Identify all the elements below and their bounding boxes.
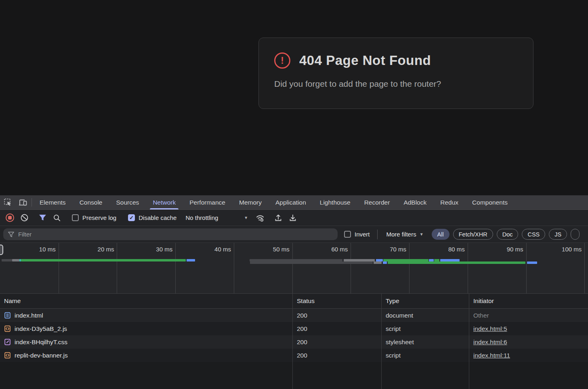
divider — [377, 230, 378, 239]
devtools-tab[interactable]: Redux — [433, 195, 465, 209]
preserve-log-checkbox[interactable]: Preserve log — [69, 214, 120, 221]
network-table-body: index.html 200 document Other index-D3 — [0, 309, 588, 389]
type-pill[interactable]: Fetch/XHR — [453, 229, 493, 240]
export-har-icon[interactable] — [286, 212, 299, 224]
type-pill[interactable] — [571, 229, 580, 240]
device-toolbar-icon[interactable] — [15, 195, 31, 209]
timeline-gridline — [584, 243, 585, 293]
request-type: stylesheet — [382, 335, 469, 349]
checkbox-checked[interactable]: ✓ — [128, 214, 135, 221]
column-header-status[interactable]: Status — [293, 294, 382, 308]
filter-input[interactable]: Filter — [3, 228, 338, 240]
chevron-down-icon: ▼ — [420, 232, 424, 236]
timeline-gridline — [234, 243, 234, 293]
request-name: index.html — [15, 312, 43, 319]
type-pill[interactable]: CSS — [522, 229, 545, 240]
inspect-element-icon[interactable] — [0, 195, 15, 209]
network-toolbar: Preserve log ✓ Disable cache No throttli… — [0, 210, 588, 226]
disable-cache-checkbox[interactable]: ✓ Disable cache — [125, 214, 180, 221]
timeline-tick-label: 100 ms — [545, 246, 582, 253]
search-icon[interactable] — [50, 212, 63, 224]
devtools-tab[interactable]: Memory — [232, 195, 269, 209]
devtools-tab[interactable]: Network — [146, 195, 183, 209]
network-filter-row: Filter Invert More filters ▼ All Fetch/X… — [0, 226, 588, 243]
request-status: 200 — [293, 349, 382, 362]
request-initiator[interactable]: index.html:11 — [473, 352, 510, 359]
timeline-gridline — [292, 243, 293, 293]
waterfall-segment — [250, 261, 373, 264]
error-title: 404 Page Not Found — [299, 53, 431, 68]
chevron-down-icon: ▼ — [244, 215, 248, 220]
filter-funnel-icon — [8, 232, 14, 237]
devtools-tab[interactable]: Console — [73, 195, 109, 209]
column-header-type[interactable]: Type — [382, 294, 469, 308]
table-row[interactable]: index-BHqilhyT.css 200 stylesheet index.… — [0, 335, 588, 349]
record-network-log-icon[interactable] — [3, 212, 16, 224]
page-viewport: ! 404 Page Not Found Did you forget to a… — [0, 0, 588, 195]
screen: ! 404 Page Not Found Did you forget to a… — [0, 0, 588, 389]
timeline-tick-label: 20 ms — [78, 246, 114, 253]
waterfall-segment — [527, 261, 537, 264]
invert-checkbox[interactable]: Invert — [342, 231, 372, 238]
request-initiator[interactable]: index.html:6 — [473, 339, 507, 346]
devtools-tab[interactable]: Components — [465, 195, 514, 209]
request-name: replit-dev-banner.js — [15, 352, 68, 359]
devtools-tab[interactable]: Recorder — [357, 195, 397, 209]
waterfall-segment — [374, 261, 382, 264]
type-pill[interactable]: Doc — [497, 229, 519, 240]
column-header-name[interactable]: Name — [0, 294, 293, 308]
devtools-tab[interactable]: Elements — [33, 195, 73, 209]
waterfall-lane — [0, 261, 588, 264]
devtools-tabbar: Elements Console Sources Network Perform… — [0, 195, 588, 210]
type-pill[interactable]: JS — [549, 229, 567, 240]
network-conditions-icon[interactable] — [254, 212, 267, 224]
devtools-tab[interactable]: Lighthouse — [313, 195, 357, 209]
overview-left-handle[interactable] — [0, 245, 3, 255]
timeline-tick-label: 80 ms — [428, 246, 465, 253]
request-type: script — [382, 349, 469, 362]
request-initiator[interactable]: index.html:5 — [473, 325, 507, 333]
request-status: 200 — [293, 322, 382, 335]
request-status: 200 — [293, 335, 382, 349]
timeline-gridline — [351, 243, 351, 293]
import-har-icon[interactable] — [272, 212, 285, 224]
type-pill[interactable]: All — [432, 229, 449, 240]
timeline-gridline — [59, 243, 59, 293]
network-table-header: Name Status Type Initiator — [0, 294, 588, 309]
file-type-icon — [4, 312, 11, 319]
column-header-initiator[interactable]: Initiator — [469, 294, 588, 308]
timeline-tick-label: 70 ms — [370, 246, 406, 253]
request-name: index-D3y5aB_2.js — [15, 325, 67, 333]
divider — [32, 198, 32, 207]
more-filters-button[interactable]: More filters ▼ — [382, 231, 428, 238]
timeline-tick-label: 50 ms — [253, 246, 290, 253]
request-type: script — [382, 322, 469, 335]
throttling-select[interactable]: No throttling ▼ — [181, 214, 252, 221]
timeline-tick-label: 90 ms — [487, 246, 523, 253]
alert-icon: ! — [274, 52, 290, 69]
error-message: Did you forget to add the page to the ro… — [274, 79, 518, 89]
devtools-tab[interactable]: AdBlock — [397, 195, 433, 209]
waterfall-segment — [388, 261, 526, 264]
devtools-tab[interactable]: Performance — [183, 195, 232, 209]
tab-list: Elements Console Sources Network Perform… — [33, 195, 514, 209]
checkbox-unchecked[interactable] — [72, 214, 79, 221]
network-overview-timeline[interactable]: 10 ms20 ms30 ms40 ms50 ms60 ms70 ms80 ms… — [0, 243, 588, 294]
timeline-tick-label: 40 ms — [195, 246, 231, 253]
filter-icon[interactable] — [36, 212, 49, 224]
timeline-gridline — [468, 243, 468, 293]
request-initiator[interactable]: Other — [473, 312, 489, 319]
table-row[interactable]: index.html 200 document Other — [0, 309, 588, 322]
clear-network-log-icon[interactable] — [18, 212, 31, 224]
timeline-gridline — [175, 243, 176, 293]
devtools-tab[interactable]: Sources — [109, 195, 146, 209]
request-type: document — [382, 309, 469, 322]
devtools-tab[interactable]: Application — [269, 195, 313, 209]
timeline-tick-label: 60 ms — [311, 246, 348, 253]
filter-placeholder: Filter — [18, 231, 32, 238]
file-type-icon — [4, 325, 11, 332]
table-row[interactable]: replit-dev-banner.js 200 script index.ht… — [0, 349, 588, 362]
error-card: ! 404 Page Not Found Did you forget to a… — [258, 38, 533, 109]
table-row[interactable]: index-D3y5aB_2.js 200 script index.html:… — [0, 322, 588, 335]
timeline-gridline — [409, 243, 410, 293]
